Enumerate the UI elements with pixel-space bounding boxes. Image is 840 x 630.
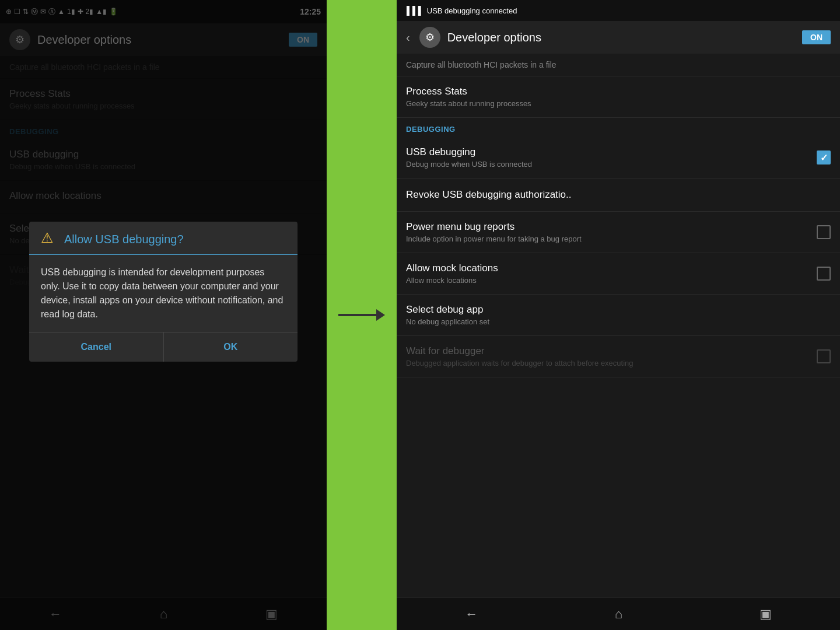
app-title-right: Developer options — [447, 31, 795, 44]
usb-debug-dialog: ⚠ Allow USB debugging? USB debugging is … — [29, 222, 298, 362]
arrow-svg — [338, 303, 385, 327]
mock-loc-title-right: Allow mock locations — [406, 262, 807, 274]
left-panel: ⊕ ☐ ⇅ Ⓜ ✉ Ⓐ ▲ 1▮ ✚ 2▮ ▲▮ 🔋 12:25 ⚙ Devel… — [0, 0, 327, 630]
mock-loc-subtitle-right: Allow mock locations — [406, 276, 807, 285]
process-stats-subtitle-right: Geeky stats about running processes — [406, 99, 831, 108]
wait-debugger-subtitle-right: Debugged application waits for debugger … — [406, 359, 807, 368]
revoke-usb-title: Revoke USB debugging authorizatio.. — [406, 189, 831, 201]
gear-icon-right: ⚙ — [419, 27, 440, 48]
usb-debug-title-right: USB debugging — [406, 146, 807, 158]
home-button-right[interactable]: ⌂ — [601, 602, 636, 626]
dialog-buttons: Cancel OK — [29, 332, 298, 362]
right-panel: ▐▐▐ USB debugging connected ‹ ⚙ Develope… — [397, 0, 840, 630]
dialog-overlay: ⚠ Allow USB debugging? USB debugging is … — [0, 0, 327, 630]
usb-debug-subtitle-right: Debug mode when USB is connected — [406, 160, 807, 169]
power-menu-item-right[interactable]: Power menu bug reports Include option in… — [397, 212, 840, 253]
dialog-ok-button[interactable]: OK — [164, 332, 298, 362]
dialog-body: USB debugging is intended for developmen… — [29, 255, 298, 332]
usb-debug-connected-text: USB debugging connected — [427, 6, 517, 15]
wait-debugger-checkbox — [817, 349, 831, 363]
power-menu-title-right: Power menu bug reports — [406, 221, 807, 233]
right-top-bar: ▐▐▐ USB debugging connected — [397, 0, 840, 21]
svg-marker-1 — [376, 309, 385, 321]
arrow-panel — [327, 0, 397, 630]
dialog-title: Allow USB debugging? — [64, 233, 184, 246]
revoke-usb-item[interactable]: Revoke USB debugging authorizatio.. — [397, 178, 840, 212]
wait-debugger-title-right: Wait for debugger — [406, 345, 807, 357]
mock-loc-item-right[interactable]: Allow mock locations Allow mock location… — [397, 253, 840, 295]
debugging-section-right: DEBUGGING — [397, 118, 840, 137]
select-debug-app-item-right[interactable]: Select debug app No debug application se… — [397, 295, 840, 336]
dialog-title-bar: ⚠ Allow USB debugging? — [29, 222, 298, 255]
wait-debugger-item-right: Wait for debugger Debugged application w… — [397, 336, 840, 377]
usb-debug-item-right[interactable]: USB debugging Debug mode when USB is con… — [397, 137, 840, 178]
on-badge-right[interactable]: ON — [802, 30, 831, 44]
settings-content-right: Capture all bluetooth HCI packets in a f… — [397, 54, 840, 597]
power-menu-checkbox[interactable] — [817, 225, 831, 239]
mock-loc-checkbox[interactable] — [817, 267, 831, 281]
process-stats-title-right: Process Stats — [406, 86, 831, 97]
usb-debug-checkbox[interactable] — [817, 150, 831, 164]
back-arrow-icon-right[interactable]: ‹ — [406, 31, 410, 44]
process-stats-item-right[interactable]: Process Stats Geeky stats about running … — [397, 76, 840, 118]
power-menu-subtitle-right: Include option in power menu for taking … — [406, 235, 807, 243]
recent-button-right[interactable]: ▣ — [746, 602, 786, 626]
back-button-right[interactable]: ← — [451, 602, 492, 626]
app-header-right: ‹ ⚙ Developer options ON — [397, 21, 840, 54]
top-blur-right: Capture all bluetooth HCI packets in a f… — [397, 54, 840, 76]
nav-bar-right: ← ⌂ ▣ — [397, 597, 840, 630]
select-debug-app-subtitle-right: No debug application set — [406, 317, 831, 326]
usb-icon: ▐▐▐ — [404, 6, 421, 15]
select-debug-app-title-right: Select debug app — [406, 304, 831, 316]
dialog-cancel-button[interactable]: Cancel — [29, 332, 164, 362]
warning-icon: ⚠ — [41, 231, 57, 247]
